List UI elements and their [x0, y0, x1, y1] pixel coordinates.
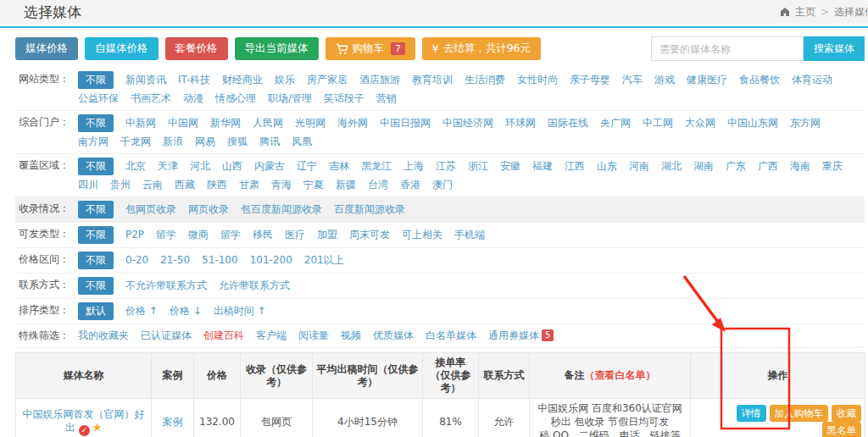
- filter-option[interactable]: 广西: [758, 158, 778, 174]
- filter-option[interactable]: 不限: [78, 201, 114, 218]
- filter-option[interactable]: 医疗: [285, 227, 305, 243]
- filter-option[interactable]: 海南: [790, 158, 810, 174]
- filter-option[interactable]: 留学: [156, 227, 176, 243]
- filter-option[interactable]: 游戏: [654, 72, 675, 88]
- package-price-button[interactable]: 套餐价格: [165, 37, 228, 60]
- filter-option[interactable]: 湖南: [693, 158, 714, 174]
- filter-option[interactable]: 新闻资讯: [125, 72, 166, 88]
- filter-option[interactable]: 腾讯: [259, 134, 280, 150]
- filter-option[interactable]: 书画艺术: [131, 91, 171, 107]
- filter-option[interactable]: 宁夏: [303, 177, 324, 193]
- filter-option[interactable]: 陕西: [207, 177, 227, 193]
- filter-option[interactable]: 客户端: [256, 328, 287, 344]
- filter-option[interactable]: 创建百科: [203, 328, 244, 344]
- filter-option[interactable]: 人民网: [253, 115, 283, 131]
- filter-option[interactable]: 江西: [565, 158, 585, 174]
- filter-option[interactable]: 内蒙古: [254, 158, 285, 174]
- filter-option[interactable]: 香港: [400, 177, 420, 193]
- filter-option[interactable]: 新浪: [163, 134, 183, 150]
- filter-option[interactable]: 手机端: [454, 227, 485, 243]
- filter-option[interactable]: 留学: [220, 227, 241, 243]
- filter-option[interactable]: 财经商业: [222, 72, 263, 88]
- filter-option[interactable]: 云南: [142, 177, 163, 193]
- filter-option[interactable]: 河北: [190, 158, 210, 174]
- filter-option[interactable]: 健康医疗: [687, 72, 727, 88]
- filter-option[interactable]: 允许带联系方式: [219, 278, 290, 294]
- filter-option[interactable]: 中新网: [125, 115, 156, 131]
- filter-option[interactable]: 通用券媒体5: [488, 328, 554, 344]
- media-price-button[interactable]: 媒体价格: [15, 37, 78, 60]
- filter-option[interactable]: 价格 ↑: [125, 303, 158, 319]
- filter-option[interactable]: 房产家居: [307, 72, 348, 88]
- filter-option[interactable]: 湖北: [661, 158, 682, 174]
- filter-option[interactable]: 价格 ↓: [170, 303, 202, 319]
- filter-option[interactable]: 微商: [188, 227, 209, 243]
- favorite-button[interactable]: 收藏: [832, 405, 861, 422]
- filter-option[interactable]: 笑话段子: [324, 91, 364, 107]
- filter-option[interactable]: 周末可发: [349, 227, 390, 243]
- filter-option[interactable]: 中国日报网: [380, 115, 431, 131]
- filter-option[interactable]: 不限: [78, 277, 114, 295]
- filter-option[interactable]: 生活消费: [465, 72, 505, 88]
- filter-option[interactable]: 酒店旅游: [359, 72, 400, 88]
- filter-option[interactable]: 包百度新闻源收录: [241, 202, 322, 218]
- filter-option[interactable]: 江苏: [436, 158, 456, 174]
- filter-option[interactable]: 搜狐: [227, 134, 248, 150]
- filter-option[interactable]: 央广网: [600, 115, 631, 131]
- filter-option[interactable]: 中国经济网: [442, 115, 493, 131]
- filter-option[interactable]: P2P: [125, 227, 144, 243]
- filter-option[interactable]: 加盟: [317, 227, 337, 243]
- filter-option[interactable]: 青海: [271, 177, 292, 193]
- filter-option[interactable]: 新华网: [210, 115, 241, 131]
- filter-option[interactable]: 中国山东网: [727, 115, 778, 131]
- filter-option[interactable]: 移民: [253, 227, 273, 243]
- media-search-input[interactable]: [651, 36, 804, 61]
- filter-option[interactable]: 教育培训: [412, 72, 453, 88]
- filter-option[interactable]: 不允许带联系方式: [125, 278, 207, 294]
- filter-option[interactable]: 公益环保: [78, 91, 119, 107]
- filter-option[interactable]: 动漫: [183, 91, 203, 107]
- filter-option[interactable]: 重庆: [822, 158, 843, 174]
- blacklist-button[interactable]: 黑名单: [822, 422, 862, 437]
- filter-option[interactable]: 营销: [376, 91, 397, 107]
- filter-option[interactable]: 台湾: [368, 177, 388, 193]
- filter-option[interactable]: 体育运动: [792, 72, 832, 88]
- filter-option[interactable]: 白名单媒体: [426, 328, 476, 344]
- filter-option[interactable]: 海外网: [337, 115, 368, 131]
- filter-option[interactable]: 广东: [726, 158, 746, 174]
- breadcrumb-home[interactable]: 主页: [795, 5, 815, 19]
- filter-option[interactable]: 女性时尚: [517, 72, 558, 88]
- filter-option[interactable]: 已认证媒体: [141, 328, 192, 344]
- filter-option[interactable]: 食品餐饮: [739, 72, 780, 88]
- filter-option[interactable]: 不限: [78, 226, 114, 244]
- filter-option[interactable]: 网易: [195, 134, 215, 150]
- filter-option[interactable]: 网页收录: [188, 202, 229, 218]
- filter-option[interactable]: 亲子母婴: [570, 72, 610, 88]
- filter-option[interactable]: 黑龙江: [361, 158, 392, 174]
- filter-option[interactable]: 河南: [629, 158, 649, 174]
- filter-option[interactable]: 不限: [78, 114, 114, 132]
- filter-option[interactable]: 环球网: [505, 115, 536, 131]
- filter-option[interactable]: 职场/管理: [268, 91, 312, 107]
- filter-option[interactable]: 包网页收录: [125, 202, 176, 218]
- filter-option[interactable]: 上海: [403, 158, 424, 174]
- filter-option[interactable]: 0-20: [125, 252, 148, 268]
- filter-option[interactable]: 我的收藏夹: [78, 328, 129, 344]
- filter-option[interactable]: IT-科技: [178, 72, 210, 88]
- filter-option[interactable]: 阅读量: [298, 328, 329, 344]
- filter-option[interactable]: 贵州: [110, 177, 131, 193]
- filter-option[interactable]: 21-50: [160, 252, 190, 268]
- filter-option[interactable]: 51-100: [202, 252, 238, 268]
- filter-option[interactable]: 四川: [78, 177, 98, 193]
- self-media-price-button[interactable]: 自媒体价格: [85, 37, 159, 60]
- filter-option[interactable]: 娱乐: [275, 72, 295, 88]
- filter-option[interactable]: 可上相关: [402, 227, 442, 243]
- filter-option[interactable]: 中国网: [168, 115, 198, 131]
- filter-option[interactable]: 凤凰: [292, 134, 312, 150]
- filter-option[interactable]: 情感心理: [215, 91, 256, 107]
- filter-option[interactable]: 不限: [78, 158, 114, 175]
- filter-option[interactable]: 甘肃: [239, 177, 259, 193]
- cart-button[interactable]: 购物车7: [326, 37, 415, 60]
- filter-option[interactable]: 东方网: [790, 115, 821, 131]
- export-current-media-button[interactable]: 导出当前媒体: [235, 37, 319, 60]
